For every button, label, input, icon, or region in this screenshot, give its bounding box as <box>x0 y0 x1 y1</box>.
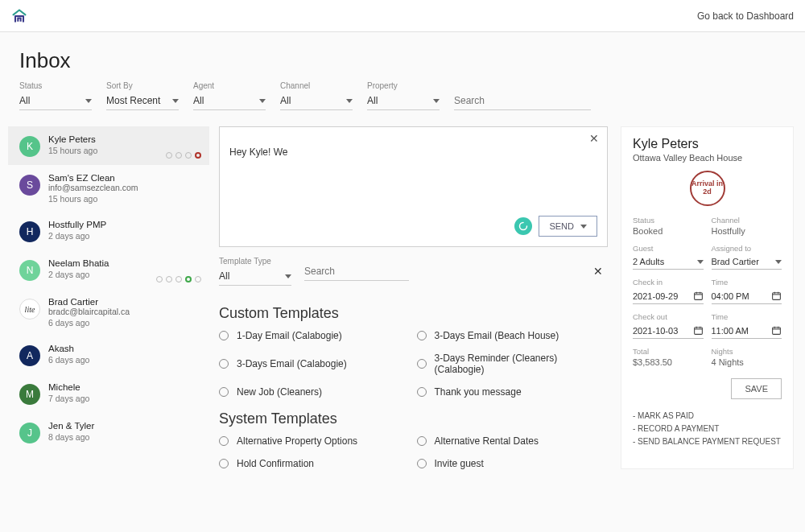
template-search-input[interactable] <box>304 262 409 281</box>
radio-icon <box>417 436 427 446</box>
thread-title: Kyle Peters <box>48 134 201 144</box>
template-type-select[interactable]: All <box>219 267 291 286</box>
checkin-time-input[interactable]: 04:00 PM <box>712 288 782 304</box>
template-item[interactable]: Invite guest <box>417 458 609 469</box>
template-type-filter: Template Type All <box>219 257 291 286</box>
thread-item[interactable]: SSam's EZ Cleaninfo@samsezclean.com15 ho… <box>8 165 209 212</box>
status-value: Booked <box>633 226 704 236</box>
system-templates-heading: System Templates <box>219 410 608 427</box>
radio-icon <box>219 436 229 446</box>
checkin-label: Check in <box>633 278 704 287</box>
logo-icon <box>11 8 27 24</box>
assigned-select[interactable]: Brad Cartier <box>712 254 782 270</box>
status-dots <box>156 276 201 282</box>
status-dot <box>195 152 201 159</box>
channel-select[interactable]: All <box>280 92 353 110</box>
thread-time: 8 days ago <box>48 432 201 442</box>
compose-close-icon[interactable]: ✕ <box>589 132 599 145</box>
checkin-input[interactable]: 2021-09-29 <box>633 288 704 304</box>
thread-item[interactable]: liteBrad Cartierbradc@blaircapital.ca6 d… <box>8 289 209 336</box>
thread-item[interactable]: NNeelam Bhatia2 days ago <box>8 250 209 289</box>
channel-label: Channel <box>712 216 782 225</box>
status-dot <box>195 276 201 282</box>
radio-icon <box>219 331 229 340</box>
template-item[interactable]: Hold Confirmation <box>219 458 411 469</box>
save-button[interactable]: SAVE <box>731 378 782 399</box>
template-item[interactable]: 3-Days Email (Beach House) <box>417 330 609 341</box>
system-templates-grid: Alternative Property OptionsAlternative … <box>219 435 608 469</box>
guest-select[interactable]: 2 Adults <box>633 254 704 270</box>
template-item[interactable]: Alternative Rental Dates <box>417 435 609 447</box>
thread-item[interactable]: JJen & Tyler8 days ago <box>8 413 209 452</box>
filter-bar: Status All Sort By Most Recent Agent All… <box>0 81 805 126</box>
thread-title: Hostfully PMP <box>48 220 201 229</box>
thread-subtitle: info@samsezclean.com <box>48 183 201 192</box>
arrival-badge: Arrival in 2d <box>690 171 725 206</box>
nights-label: Nights <box>712 347 782 356</box>
thread-title: Neelam Bhatia <box>48 258 201 268</box>
thread-item[interactable]: AAkash6 days ago <box>8 336 209 374</box>
thread-title: Brad Cartier <box>48 297 201 307</box>
checkout-time-input[interactable]: 11:00 AM <box>712 323 782 339</box>
svg-rect-0 <box>694 293 702 300</box>
status-select[interactable]: All <box>19 92 92 110</box>
radio-icon <box>219 459 229 468</box>
template-item[interactable]: 3-Days Reminder (Cleaners) (Calabogie) <box>417 353 609 375</box>
template-item[interactable]: 3-Days Email (Calabogie) <box>219 353 411 375</box>
template-item[interactable]: Thank you message <box>417 386 609 398</box>
radio-icon <box>417 331 427 340</box>
status-dot <box>185 152 192 159</box>
radio-icon <box>219 359 229 369</box>
filter-label: Status <box>19 81 92 90</box>
side-action-link[interactable]: - MARK AS PAID <box>633 411 782 420</box>
status-dots <box>166 152 201 159</box>
calendar-icon <box>771 291 782 301</box>
thread-time: 7 days ago <box>48 394 201 403</box>
status-dot <box>185 276 192 282</box>
compose-text[interactable]: Hey Kyle! We <box>229 146 597 158</box>
radio-icon <box>417 359 427 369</box>
filter-label: Agent <box>193 81 266 90</box>
thread-title: Michele <box>48 382 201 392</box>
thread-body: Sam's EZ Cleaninfo@samsezclean.com15 hou… <box>48 173 201 204</box>
avatar: M <box>19 384 40 405</box>
avatar: lite <box>19 299 40 320</box>
thread-item[interactable]: KKyle Peters15 hours ago <box>8 126 209 165</box>
thread-item[interactable]: MMichele7 days ago <box>8 374 209 413</box>
checkout-input[interactable]: 2021-10-03 <box>633 323 704 339</box>
filter-label: Channel <box>280 81 353 90</box>
template-label: Invite guest <box>435 458 484 469</box>
thread-body: Brad Cartierbradc@blaircapital.ca6 days … <box>48 297 201 328</box>
agent-select[interactable]: All <box>193 92 266 110</box>
template-label: 3-Days Email (Beach House) <box>435 330 559 341</box>
checkin-time-label: Time <box>712 278 782 287</box>
template-item[interactable]: Alternative Property Options <box>219 435 411 447</box>
back-to-dashboard-link[interactable]: Go back to Dashboard <box>697 10 794 22</box>
calendar-icon <box>693 325 704 336</box>
page-title: Inbox <box>0 32 805 81</box>
thread-title: Sam's EZ Clean <box>48 173 201 183</box>
property-select[interactable]: All <box>367 92 440 110</box>
template-filter-row: Template Type All ✕ <box>219 257 608 286</box>
sortby-select[interactable]: Most Recent <box>106 92 179 110</box>
send-button[interactable]: SEND <box>539 216 597 237</box>
template-close-icon[interactable]: ✕ <box>588 265 608 278</box>
filter-search <box>454 92 591 110</box>
svg-rect-2 <box>694 328 702 335</box>
filter-label: Sort By <box>106 81 179 90</box>
template-item[interactable]: 1-Day Email (Calabogie) <box>219 330 411 341</box>
radio-icon <box>219 387 229 397</box>
logo[interactable] <box>11 8 27 24</box>
thread-time: 15 hours ago <box>48 194 201 204</box>
topbar: Go back to Dashboard <box>0 0 805 32</box>
side-action-link[interactable]: - SEND BALANCE PAYMENT REQUEST <box>633 437 782 446</box>
side-action-link[interactable]: - RECORD A PAYMENT <box>633 424 782 433</box>
guest-name: Kyle Peters <box>633 137 782 151</box>
center-column: ✕ Hey Kyle! We SEND Template Type All ✕ … <box>219 126 608 469</box>
compose-box: ✕ Hey Kyle! We SEND <box>219 126 608 247</box>
filter-label: Template Type <box>219 257 291 266</box>
template-item[interactable]: New Job (Cleaners) <box>219 386 411 398</box>
thread-item[interactable]: HHostfully PMP2 days ago <box>8 212 209 250</box>
filter-search-input[interactable] <box>454 92 591 110</box>
assigned-label: Assigned to <box>712 244 782 253</box>
